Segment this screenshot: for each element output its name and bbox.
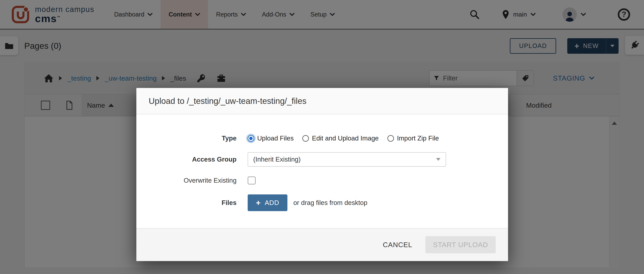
overwrite-checkbox[interactable]	[248, 176, 256, 184]
overwrite-row: Overwrite Existing	[136, 173, 508, 188]
type-row: Type Upload Files Edit and Upload Image …	[136, 131, 508, 145]
radio-edit-upload-image[interactable]: Edit and Upload Image	[302, 135, 379, 142]
upload-type-radio-group: Upload Files Edit and Upload Image Impor…	[248, 135, 439, 142]
add-button-label: ADD	[265, 199, 279, 206]
access-group-value: (Inherit Existing)	[253, 156, 300, 163]
type-label: Type	[136, 135, 236, 142]
start-upload-button[interactable]: START UPLOAD	[425, 236, 496, 253]
files-row: Files + ADD or drag files from desktop	[136, 194, 508, 211]
radio-unselected-icon[interactable]	[388, 135, 394, 142]
drag-files-hint: or drag files from desktop	[294, 199, 367, 206]
plus-icon: +	[256, 199, 260, 207]
radio-import-zip[interactable]: Import Zip File	[388, 135, 439, 142]
caret-down-icon	[436, 158, 440, 161]
modal-footer: CANCEL START UPLOAD	[136, 228, 508, 261]
upload-modal: Upload to /_testing/_uw-team-testing/_fi…	[136, 88, 508, 261]
modal-title: Upload to /_testing/_uw-team-testing/_fi…	[136, 88, 508, 114]
radio-import-zip-label: Import Zip File	[397, 135, 439, 142]
access-group-label: Access Group	[136, 156, 236, 163]
radio-selected-icon[interactable]	[248, 135, 254, 142]
modal-body: Type Upload Files Edit and Upload Image …	[136, 114, 508, 228]
cancel-button[interactable]: CANCEL	[383, 241, 412, 249]
app-root: modern campus cms™ Dashboard Content Rep…	[0, 0, 644, 274]
add-files-button[interactable]: + ADD	[248, 194, 288, 211]
radio-upload-files-label: Upload Files	[257, 135, 294, 142]
radio-unselected-icon[interactable]	[302, 135, 309, 142]
access-group-select[interactable]: (Inherit Existing)	[248, 152, 446, 167]
files-label: Files	[136, 199, 236, 206]
access-group-row: Access Group (Inherit Existing)	[136, 152, 508, 167]
radio-upload-files[interactable]: Upload Files	[248, 135, 294, 142]
radio-edit-upload-image-label: Edit and Upload Image	[312, 135, 379, 142]
overwrite-label: Overwrite Existing	[136, 177, 236, 184]
